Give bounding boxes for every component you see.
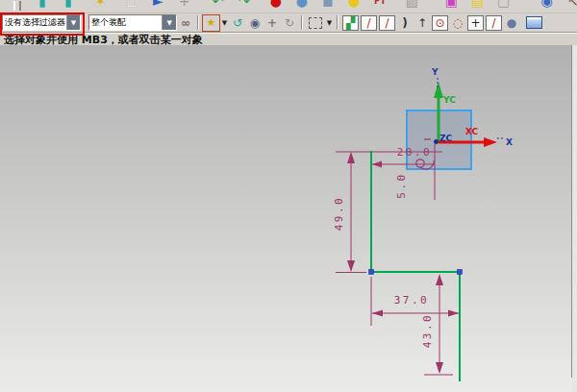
snap-point-dropdown[interactable]: ▼ [220, 19, 229, 27]
globe-icon[interactable]: ◉ [537, 0, 558, 12]
redo-icon[interactable]: ↷ [234, 0, 255, 12]
window-edge-strip [572, 45, 577, 392]
sketch-viewport[interactable]: 20.0 5.0 49.0 37.0 43.0 [0, 45, 577, 392]
red-sphere-icon[interactable]: ● [265, 0, 287, 12]
dim-value-top-width: 20.0 [397, 146, 433, 159]
toolbar-separator [301, 15, 303, 30]
selection-scope-value: 整个装配 [89, 15, 162, 30]
selection-scope-dropdown-button[interactable]: ▼ [162, 15, 176, 30]
point-arrow-icon[interactable]: ↑ [414, 14, 431, 31]
x-axis-label: X [506, 137, 513, 147]
table-icon[interactable]: ▤ [467, 0, 489, 12]
color-squares-icon[interactable]: ▣ [440, 0, 462, 12]
circle-icon[interactable]: ⊙ [432, 15, 448, 31]
dim-arrow [436, 274, 443, 285]
sphere-icon[interactable]: ● [503, 14, 520, 31]
dimension-left-height[interactable]: 49.0 [333, 152, 366, 273]
selection-scope-combo[interactable]: 整个装配 ▼ [88, 14, 177, 31]
zc-axis-label: ZC [439, 134, 453, 143]
reverse-icon[interactable]: ↺ [229, 14, 246, 31]
toolbar-grip[interactable] [13, 1, 21, 11]
target-point-icon[interactable]: + [263, 14, 281, 31]
toolbar-separator [337, 15, 339, 30]
sketch-b-icon[interactable]: ▮ [58, 0, 79, 12]
dim-arrow [347, 152, 355, 163]
dim-arrow [448, 310, 459, 317]
key-icon[interactable]: ✶ [89, 0, 111, 12]
dim-value-right-height: 43.0 [421, 313, 434, 349]
selection-bar: 没有选择过滤器 ▼ 整个装配 ▼ ∞ ★ ▼ ↺ ◉ + ↻ ▼ ▞ / / )… [0, 13, 577, 32]
window-icon[interactable]: ▢ [493, 0, 514, 12]
arc-icon[interactable]: ) [396, 14, 414, 31]
selection-filter-combo[interactable]: 没有选择过滤器 ▼ [2, 14, 81, 31]
blue-arrow-icon[interactable]: ► [147, 0, 168, 12]
blue-sphere-icon[interactable]: ● [291, 0, 313, 12]
find-icon[interactable]: ∞ [177, 14, 194, 31]
datum-cross-icon[interactable]: + [174, 0, 195, 12]
finish-sketch-icon[interactable] [526, 16, 542, 29]
yc-axis-label: YC [442, 95, 456, 105]
endpoint-marker[interactable] [369, 270, 374, 275]
marquee-dropdown[interactable]: ▼ [325, 19, 334, 27]
y-axis-label: Y [431, 67, 439, 77]
dim-value-left-height: 49.0 [333, 196, 345, 232]
xc-axis-arrowhead [484, 137, 497, 147]
main-toolbar: ▮ ▮ ✶ ◻ ► + ↶ ↷ ● ● ◼ ● FT ▨ ▣ ▤ ▢ ◉ ↖ ▼ [0, 0, 577, 13]
dim-arrow [436, 362, 443, 374]
wcs-origin-point[interactable] [434, 139, 438, 143]
dim-arrow [372, 161, 382, 168]
snap-point-icon: ★ [207, 16, 216, 29]
marquee-select-icon[interactable] [309, 17, 322, 29]
dimension-right-height[interactable]: 43.0 [421, 274, 453, 375]
gauge-icon[interactable]: ◉ [246, 14, 263, 31]
selection-filter-value: 没有选择过滤器 [3, 15, 66, 30]
profile-icon[interactable]: ▞ [342, 15, 359, 31]
xc-axis-label: XC [465, 127, 479, 136]
toolbar-separator [197, 15, 199, 30]
yc-axis-arrowhead [434, 82, 443, 98]
cube-icon[interactable]: ◼ [317, 0, 339, 12]
line-endpoints-icon[interactable]: / [379, 15, 395, 31]
dim-value-pad-height: 5.0 [395, 172, 408, 198]
new-sheet-icon[interactable]: ◻ [121, 0, 142, 12]
sketch-a-icon[interactable]: ▮ [32, 0, 53, 12]
selection-filter-dropdown-button[interactable]: ▼ [66, 15, 80, 30]
wcs-triad[interactable]: Y YC XC X ZC [424, 67, 513, 147]
dim-value-bottom-width: 37.0 [394, 294, 430, 306]
edit-page-icon[interactable]: ▨ [401, 0, 422, 12]
pointer-icon[interactable]: ↖ [563, 0, 577, 12]
sketch-curves[interactable] [369, 151, 463, 381]
endpoint-marker[interactable] [458, 270, 463, 275]
snap-point-button[interactable]: ★ [202, 14, 220, 32]
undo-icon[interactable]: ↶ [208, 0, 229, 12]
line2-icon[interactable]: / [486, 15, 502, 31]
bulb-icon[interactable]: ● [343, 0, 364, 12]
dim-arrow [347, 260, 355, 272]
dashed-circle-icon[interactable]: ◌ [449, 14, 466, 31]
line-icon[interactable]: / [361, 15, 377, 31]
ft-icon[interactable]: FT [369, 0, 390, 12]
dim-arrow [372, 310, 383, 317]
dimension-bottom-width[interactable]: 37.0 [371, 277, 459, 326]
graphics-window[interactable]: 20.0 5.0 49.0 37.0 43.0 [0, 45, 577, 392]
plus-icon[interactable]: + [467, 15, 484, 31]
hook-arrow-icon[interactable]: ↻ [281, 14, 298, 31]
